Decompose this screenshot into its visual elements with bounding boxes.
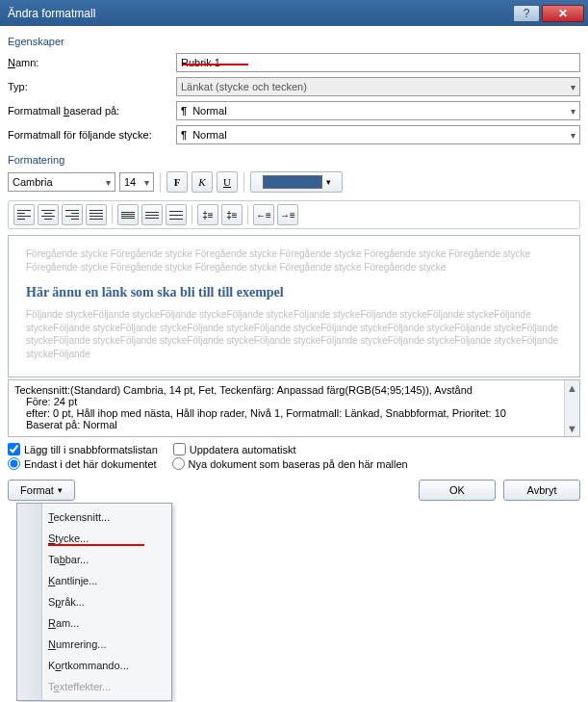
decrease-indent-button[interactable]: ←≡ [253, 204, 274, 225]
info-scrollbar[interactable]: ▲▼ [564, 380, 579, 436]
menu-border[interactable]: Kantlinje... [17, 570, 171, 591]
scroll-up-icon[interactable]: ▲ [567, 382, 577, 394]
preview-before-text: Föregående stycke Föregående stycke Före… [26, 247, 562, 273]
close-button[interactable]: ✕ [542, 5, 584, 22]
add-quicklist-checkbox[interactable]: Lägg till i snabbformatslistan [8, 443, 158, 455]
align-right-button[interactable] [62, 204, 83, 225]
format-button[interactable]: Format [8, 480, 75, 501]
decrease-space-before-button[interactable]: ‡≡ [221, 204, 243, 225]
next-style-select[interactable]: ¶Normal [176, 125, 580, 144]
align-left-button[interactable] [13, 204, 35, 225]
menu-language[interactable]: Språk... [17, 591, 171, 612]
color-swatch [263, 175, 322, 189]
annotation-underline-name [183, 64, 248, 65]
format-menu: Teckensnitt... Stycke... Tabbar... Kantl… [16, 503, 172, 701]
based-on-select[interactable]: ¶Normal [176, 101, 580, 120]
help-button[interactable]: ? [513, 5, 540, 22]
size-select[interactable]: 14 [119, 172, 154, 192]
preview-after-text: Följande styckeFöljande styckeFöljande s… [26, 308, 562, 360]
name-label: Namn: [8, 57, 176, 68]
style-info-box: Teckensnitt:(Standard) Cambria, 14 pt, F… [8, 379, 580, 437]
underline-button[interactable]: U [217, 171, 238, 193]
paragraph-toolbar: ‡≡ ‡≡ ←≡ →≡ [8, 200, 580, 229]
new-docs-radio[interactable]: Nya dokument som baseras på den här mall… [172, 457, 408, 470]
based-on-label: Formatmall baserad på: [8, 105, 176, 117]
cancel-button[interactable]: Avbryt [503, 480, 580, 501]
annotation-underline-stycke [48, 544, 144, 546]
menu-text-effects: Texteffekter... [17, 676, 171, 697]
bold-button[interactable]: F [166, 171, 188, 193]
next-style-label: Formatmall för följande stycke: [8, 129, 176, 141]
section-formatting: Formatering [8, 154, 580, 166]
title-text: Ändra formatmall [8, 7, 513, 20]
type-label: Typ: [8, 81, 176, 92]
info-line-2: Före: 24 pt [14, 396, 574, 407]
increase-space-before-button[interactable]: ‡≡ [197, 204, 218, 225]
italic-button[interactable]: K [192, 171, 213, 193]
align-justify-button[interactable] [86, 204, 107, 225]
info-line-4: Baserat på: Normal [14, 419, 574, 430]
font-color-button[interactable]: ▾ [250, 171, 343, 193]
menu-frame[interactable]: Ram... [17, 612, 171, 634]
info-line-3: efter: 0 pt, Håll ihop med nästa, Håll i… [14, 407, 574, 419]
line-spacing-1-button[interactable] [117, 204, 139, 225]
increase-indent-button[interactable]: →≡ [277, 204, 298, 225]
titlebar: Ändra formatmall ? ✕ [0, 0, 588, 26]
ok-button[interactable]: OK [419, 480, 496, 501]
menu-tabs[interactable]: Tabbar... [17, 549, 171, 570]
preview-heading: Här ännu en länk som ska bli till till e… [26, 285, 562, 300]
font-select[interactable]: Cambria [8, 172, 115, 192]
auto-update-checkbox[interactable]: Uppdatera automatiskt [173, 443, 296, 455]
menu-font[interactable]: Teckensnitt... [17, 507, 171, 528]
menu-numbering[interactable]: Numrering... [17, 634, 171, 655]
section-properties: Egenskaper [8, 36, 580, 47]
type-select: Länkat (stycke och tecken) [176, 77, 580, 96]
line-spacing-2-button[interactable] [166, 204, 187, 225]
name-input[interactable] [176, 53, 580, 72]
menu-shortcut[interactable]: Kortkommando... [17, 655, 171, 676]
align-center-button[interactable] [38, 204, 59, 225]
only-this-doc-radio[interactable]: Endast i det här dokumentet [8, 457, 157, 470]
scroll-down-icon[interactable]: ▼ [567, 423, 577, 434]
preview-pane: Föregående stycke Föregående stycke Före… [8, 235, 580, 377]
info-line-1: Teckensnitt:(Standard) Cambria, 14 pt, F… [14, 384, 574, 396]
line-spacing-15-button[interactable] [141, 204, 163, 225]
